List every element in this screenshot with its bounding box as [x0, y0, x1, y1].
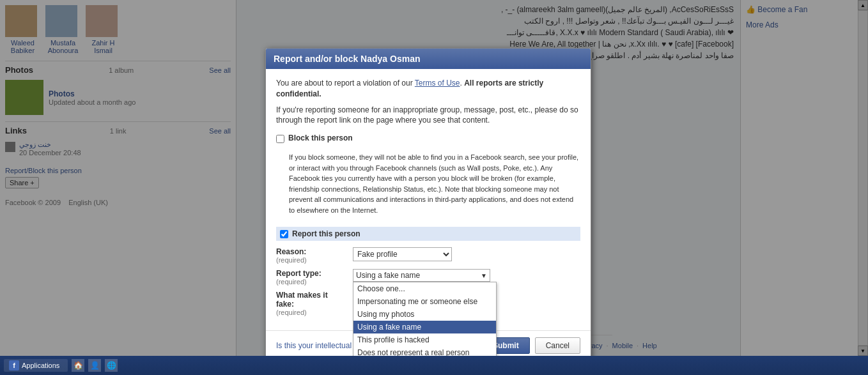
facebook-icon: f: [9, 360, 19, 371]
report-type-row: Report type: (required) Using a fake nam…: [276, 269, 580, 286]
taskbar-app-item[interactable]: f Applications: [4, 359, 68, 372]
reason-title: Reason:: [276, 247, 346, 256]
report-type-select-shown[interactable]: Using a fake name ▼: [353, 269, 490, 282]
dropdown-item-choose[interactable]: Choose one...: [353, 282, 496, 295]
taskbar-icon-2[interactable]: 👤: [88, 359, 101, 372]
report-type-value: Using a fake name: [356, 271, 420, 280]
dropdown-item-impersonating[interactable]: Impersonating me or someone else: [353, 295, 496, 308]
what-makes-title: What makes it: [276, 291, 346, 300]
dropdown-arrow-icon: ▼: [481, 272, 487, 279]
what-makes-required: (required): [276, 309, 346, 316]
report-block-modal: Report and/or block Nadya Osman You are …: [265, 48, 591, 361]
report-type-dropdown-container: Using a fake name ▼ Choose one... Impers…: [353, 269, 490, 282]
modal-title: Report and/or block Nadya Osman: [274, 54, 421, 64]
taskbar-icon-1[interactable]: 🏠: [72, 359, 84, 372]
modal-header: Report and/or block Nadya Osman: [266, 49, 591, 69]
dropdown-item-photos[interactable]: Using my photos: [353, 308, 496, 321]
modal-intro: You are about to report a violation of o…: [276, 78, 580, 100]
terms-link[interactable]: Terms of Use: [415, 79, 460, 88]
report-label[interactable]: Report this person: [292, 229, 360, 238]
taskbar: f Applications 🏠 👤 🌐: [0, 356, 868, 375]
block-label[interactable]: Block this person: [288, 134, 353, 142]
report-checkbox[interactable]: [280, 230, 288, 238]
block-checkbox-row: Block this person: [276, 134, 580, 143]
taskbar-icon-3[interactable]: 🌐: [105, 359, 118, 372]
footer-buttons: Submit Cancel: [482, 337, 580, 354]
modal-note: If you're reporting someone for an inapp…: [276, 105, 580, 126]
report-checkbox-row: Report this person: [276, 227, 580, 241]
report-type-label-container: Report type: (required): [276, 269, 346, 286]
taskbar-mini-icons: 🏠 👤 🌐: [72, 359, 118, 372]
reason-select[interactable]: Fake profile: [353, 247, 452, 261]
reason-required: (required): [276, 256, 346, 264]
dropdown-list: Choose one... Impersonating me or someon…: [353, 282, 497, 360]
modal-body: You are about to report a violation of o…: [266, 69, 591, 330]
dropdown-item-fake-name[interactable]: Using a fake name: [353, 321, 496, 333]
report-type-required: (required): [276, 278, 346, 286]
what-makes-title2: fake:: [276, 300, 346, 309]
reason-label-container: Reason: (required): [276, 247, 346, 264]
taskbar-app-label: Applications: [22, 362, 59, 369]
reason-row: Reason: (required) Fake profile: [276, 247, 580, 264]
dropdown-item-hacked[interactable]: This profile is hacked: [353, 333, 496, 346]
block-description: If you block someone, they will not be a…: [289, 148, 580, 219]
what-makes-label-container: What makes it fake: (required): [276, 291, 346, 316]
cancel-button[interactable]: Cancel: [535, 337, 580, 354]
report-type-title: Report type:: [276, 269, 346, 278]
intro-text: You are about to report a violation of o…: [276, 79, 413, 88]
block-checkbox[interactable]: [276, 135, 284, 143]
